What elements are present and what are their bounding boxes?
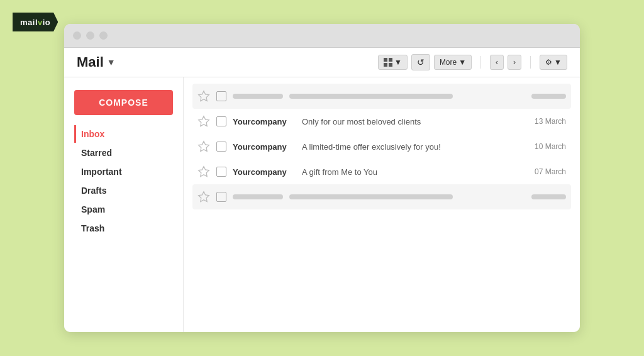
browser-content: Mail ▼ ▼ ↺ <box>64 48 580 332</box>
placeholder-subject-2 <box>289 194 453 199</box>
next-icon: › <box>513 58 516 67</box>
logo-accent: v <box>38 18 43 27</box>
grid-button[interactable]: ▼ <box>378 55 408 70</box>
email-date-2: 13 March <box>525 117 566 126</box>
svg-rect-0 <box>384 58 387 62</box>
email-subject-4: A gift from Me to You <box>302 167 519 177</box>
more-label: More <box>440 58 457 67</box>
mail-title: Mail ▼ <box>77 54 116 70</box>
more-chevron: ▼ <box>458 58 466 67</box>
star-icon-5[interactable] <box>197 191 210 203</box>
email-date-3: 10 March <box>525 142 566 151</box>
placeholder-date-1 <box>531 94 566 99</box>
prev-icon: ‹ <box>496 58 498 67</box>
placeholder-sender-2 <box>233 194 283 199</box>
toolbar-divider-2 <box>530 56 531 69</box>
checkbox-4[interactable] <box>216 167 226 177</box>
email-sender-3: Yourcompany <box>233 142 296 152</box>
sidebar-item-drafts[interactable]: Drafts <box>74 182 173 199</box>
settings-button[interactable]: ⚙ ▼ <box>540 55 567 70</box>
refresh-icon: ↺ <box>417 57 425 67</box>
checkbox-3[interactable] <box>216 142 226 152</box>
checkbox-1[interactable] <box>216 91 226 101</box>
star-icon-3[interactable] <box>197 140 210 153</box>
sidebar-item-label-spam: Spam <box>81 204 105 214</box>
email-row-4[interactable]: Yourcompany A gift from Me to You 07 Mar… <box>192 159 571 184</box>
logo-bar: mailvio <box>13 13 58 31</box>
svg-marker-4 <box>199 91 209 101</box>
toolbar-group-left: ▼ ↺ More ▼ <box>378 54 472 70</box>
svg-rect-1 <box>389 58 392 62</box>
grid-icon <box>384 58 392 67</box>
email-list: Yourcompany Only for our most beloved cl… <box>184 77 580 332</box>
grid-chevron: ▼ <box>394 58 402 67</box>
email-row-placeholder-1 <box>192 84 571 109</box>
email-row-3[interactable]: Yourcompany A limited-time offer exclusi… <box>192 134 571 159</box>
browser-titlebar <box>64 24 580 48</box>
star-icon-2[interactable] <box>197 115 210 128</box>
logo-text: mailvio <box>20 18 50 27</box>
sidebar-item-label-inbox: Inbox <box>81 129 104 139</box>
placeholder-subject-area-2 <box>289 194 525 199</box>
traffic-light-2 <box>86 31 94 40</box>
email-date-4: 07 March <box>525 167 566 176</box>
sidebar-item-spam[interactable]: Spam <box>74 201 173 218</box>
compose-button[interactable]: COMPOSE <box>74 90 173 115</box>
toolbar-divider <box>480 56 481 69</box>
placeholder-sender-1 <box>233 94 283 99</box>
sidebar-item-important[interactable]: Important <box>74 163 173 181</box>
mail-title-text: Mail <box>77 54 104 70</box>
svg-rect-3 <box>389 63 392 67</box>
settings-chevron: ▼ <box>554 58 562 67</box>
sidebar-item-label-important: Important <box>81 167 122 177</box>
email-row-2[interactable]: Yourcompany Only for our most beloved cl… <box>192 109 571 134</box>
mail-toolbar: Mail ▼ ▼ ↺ <box>64 48 580 77</box>
refresh-button[interactable]: ↺ <box>411 54 430 70</box>
traffic-light-3 <box>99 31 108 40</box>
sidebar-item-trash[interactable]: Trash <box>74 220 173 237</box>
sidebar-item-label-trash: Trash <box>81 223 104 233</box>
sidebar-item-label-drafts: Drafts <box>81 186 106 196</box>
toolbar-group-nav: ‹ › <box>490 55 521 70</box>
svg-marker-6 <box>199 142 209 152</box>
sidebar-nav: Inbox Starred Important Drafts Spam <box>74 125 173 237</box>
star-icon-1[interactable] <box>197 90 210 103</box>
email-subject-3: A limited-time offer exclusively for you… <box>302 142 519 152</box>
placeholder-subject-1 <box>289 94 453 99</box>
email-sender-2: Yourcompany <box>233 117 296 126</box>
placeholder-subject-area-1 <box>289 94 525 99</box>
sidebar: COMPOSE Inbox Starred Important Drafts <box>64 77 184 332</box>
toolbar-group-settings: ⚙ ▼ <box>540 55 567 70</box>
settings-icon: ⚙ <box>545 58 552 67</box>
traffic-light-1 <box>73 31 81 40</box>
svg-marker-7 <box>199 167 209 177</box>
sidebar-item-inbox[interactable]: Inbox <box>74 125 173 143</box>
outer-frame: mailvio Mail ▼ <box>0 0 644 356</box>
checkbox-5[interactable] <box>216 192 226 202</box>
prev-button[interactable]: ‹ <box>490 55 504 70</box>
email-sender-4: Yourcompany <box>233 167 296 177</box>
placeholder-date-2 <box>531 194 566 199</box>
sidebar-item-starred[interactable]: Starred <box>74 144 173 162</box>
mail-title-chevron[interactable]: ▼ <box>107 57 116 67</box>
svg-rect-2 <box>384 63 387 67</box>
mail-body: COMPOSE Inbox Starred Important Drafts <box>64 77 580 332</box>
email-row-placeholder-2 <box>192 184 571 209</box>
svg-marker-8 <box>199 192 209 202</box>
email-subject-2: Only for our most beloved clients <box>302 117 519 126</box>
checkbox-2[interactable] <box>216 116 226 126</box>
more-button[interactable]: More ▼ <box>434 55 472 70</box>
sidebar-item-label-starred: Starred <box>81 148 112 158</box>
next-button[interactable]: › <box>508 55 521 70</box>
star-icon-4[interactable] <box>197 165 210 178</box>
svg-marker-5 <box>199 116 209 126</box>
browser-window: Mail ▼ ▼ ↺ <box>64 24 580 332</box>
